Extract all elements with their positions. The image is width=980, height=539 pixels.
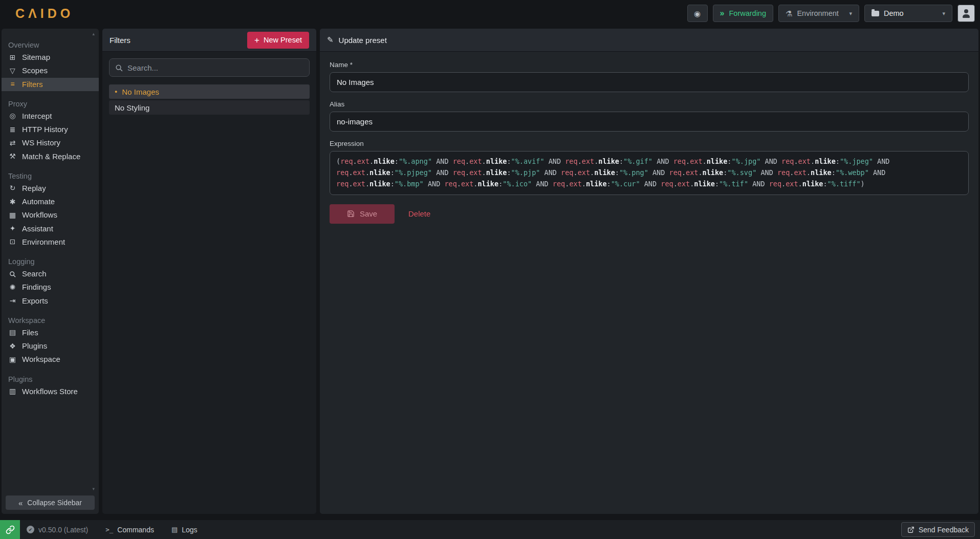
preset-name: No Images — [122, 88, 159, 96]
collapse-icon: « — [18, 499, 23, 507]
presets-panel-title: Filters — [110, 36, 130, 45]
sidebar-item-workflows-store[interactable]: ▥ Workflows Store — [2, 385, 99, 398]
plus-icon: + — [254, 36, 259, 45]
sidebar-item-assistant[interactable]: ✦ Assistant — [2, 222, 99, 235]
scopes-icon: ▽ — [8, 66, 17, 76]
topbar-actions: ◉ » Forwarding ⚗ Environment ▾ Demo ▾ — [687, 5, 975, 22]
preset-row-no-styling[interactable]: No Styling — [109, 100, 310, 115]
sidebar-item-workflows[interactable]: ▦ Workflows — [2, 208, 99, 222]
sidebar-item-workspace[interactable]: ▣ Workspace — [2, 353, 99, 366]
preset-row-no-images[interactable]: ● No Images — [109, 84, 310, 99]
sidebar-item-label: Replay — [22, 183, 46, 193]
user-avatar-icon — [962, 9, 971, 18]
sidebar-item-replay[interactable]: ↻ Replay — [2, 182, 99, 195]
commands-icon: >_ — [105, 526, 113, 533]
sidebar-item-ws-history[interactable]: ⇄ WS History — [2, 136, 99, 149]
sidebar-item-findings[interactable]: ✺ Findings — [2, 281, 99, 294]
link-icon — [6, 525, 15, 534]
name-input[interactable] — [330, 72, 969, 92]
sidebar-section-plugins: Plugins — [2, 373, 99, 385]
alias-label: Alias — [330, 100, 969, 108]
sidebar-item-label: Automate — [22, 197, 55, 207]
sidebar-section-testing: Testing — [2, 170, 99, 182]
logs-label: Logs — [182, 526, 197, 534]
preset-list: ● No Images No Styling — [102, 83, 316, 117]
forwarding-label: Forwarding — [729, 9, 766, 17]
sidebar-item-label: Findings — [22, 282, 51, 292]
statusbar: ✔ v0.50.0 (Latest) >_ Commands ▤ Logs Se… — [0, 520, 980, 539]
assistant-icon: ✦ — [8, 224, 17, 233]
sidebar-item-match-replace[interactable]: ⚒ Match & Replace — [2, 150, 99, 163]
sidebar-item-label: Match & Replace — [22, 152, 80, 162]
forward-chevrons-icon: » — [720, 9, 725, 17]
send-feedback-button[interactable]: Send Feedback — [901, 522, 975, 537]
collapse-sidebar-button[interactable]: « Collapse Sidebar — [6, 495, 95, 510]
presets-panel-header: Filters + New Preset — [102, 29, 316, 52]
sidebar-item-label: Assistant — [22, 224, 53, 234]
instance-status-button[interactable] — [0, 520, 20, 539]
exports-icon: ⇥ — [8, 296, 17, 306]
sidebar-item-label: Files — [22, 328, 38, 338]
sidebar-item-http-history[interactable]: ≣ HTTP History — [2, 123, 99, 136]
editor-actions: Save Delete — [330, 204, 969, 224]
sidebar-item-intercept[interactable]: ◎ Intercept — [2, 110, 99, 123]
environment-dropdown[interactable]: ⚗ Environment ▾ — [778, 5, 859, 22]
sidebar-item-sitemap[interactable]: ⊞ Sitemap — [2, 51, 99, 64]
chevron-down-icon: ▾ — [942, 11, 945, 16]
sidebar-item-exports[interactable]: ⇥ Exports — [2, 294, 99, 308]
delete-button[interactable]: Delete — [408, 209, 430, 218]
project-dropdown[interactable]: Demo ▾ — [864, 5, 952, 22]
sidebar-item-label: Filters — [22, 79, 43, 90]
sidebar-section-proxy: Proxy — [2, 98, 99, 110]
logs-button[interactable]: ▤ Logs — [171, 526, 198, 534]
sidebar-item-scopes[interactable]: ▽ Scopes — [2, 64, 99, 77]
workflows-store-icon: ▥ — [8, 386, 17, 396]
traffic-record-button[interactable]: ◉ — [687, 5, 708, 22]
sidebar-item-filters[interactable]: ≡ Filters — [2, 78, 99, 91]
sidebar-item-label: Intercept — [22, 111, 52, 121]
automate-icon: ✱ — [8, 197, 17, 207]
sidebar-item-search[interactable]: Search — [2, 267, 99, 281]
sidebar-section-overview: Overview — [2, 39, 99, 51]
user-menu-button[interactable] — [957, 5, 975, 22]
search-icon — [115, 64, 123, 72]
sidebar-item-automate[interactable]: ✱ Automate — [2, 195, 99, 208]
sidebar-item-label: Workspace — [22, 354, 60, 364]
environment-dropdown-label: Environment — [797, 9, 838, 17]
sidebar-item-label: Scopes — [22, 66, 48, 76]
sidebar-item-label: Workflows — [22, 210, 57, 220]
forwarding-button[interactable]: » Forwarding — [713, 5, 773, 22]
findings-icon: ✺ — [8, 283, 17, 292]
files-icon: ▤ — [8, 328, 17, 337]
filter-presets-panel: Filters + New Preset ● No Images No Styl… — [102, 29, 316, 514]
editor-form: Name * Alias Expression (req.ext.nlike:"… — [320, 52, 978, 233]
folder-icon — [872, 11, 879, 16]
flask-icon: ⚗ — [786, 10, 792, 17]
sidebar-section-logging: Logging — [2, 255, 99, 267]
edit-icon: ✎ — [327, 35, 334, 45]
alias-input[interactable] — [330, 112, 969, 132]
external-link-icon — [907, 526, 914, 533]
search-icon — [8, 271, 17, 277]
save-button[interactable]: Save — [330, 204, 395, 224]
save-label: Save — [360, 209, 377, 218]
sidebar-section-workspace: Workspace — [2, 314, 99, 326]
sidebar-item-files[interactable]: ▤ Files — [2, 326, 99, 339]
http-history-icon: ≣ — [8, 125, 17, 135]
preset-search-input[interactable] — [127, 63, 303, 72]
sidebar-item-environment[interactable]: ⊡ Environment — [2, 235, 99, 249]
sidebar-item-label: Exports — [22, 296, 48, 306]
preset-name: No Styling — [115, 103, 149, 112]
new-preset-label: New Preset — [264, 36, 302, 44]
sidebar-item-label: Search — [22, 269, 47, 279]
selected-dot-icon: ● — [115, 90, 117, 94]
update-preset-panel: ✎ Update preset Name * Alias Expression … — [320, 29, 978, 514]
save-icon — [347, 210, 355, 218]
sidebar-item-plugins[interactable]: ❖ Plugins — [2, 339, 99, 353]
expression-editor[interactable]: (req.ext.nlike:"%.apng" AND req.ext.nlik… — [330, 151, 969, 195]
sitemap-icon: ⊞ — [8, 53, 17, 62]
commands-button[interactable]: >_ Commands — [105, 526, 154, 534]
version-label: v0.50.0 (Latest) — [38, 526, 88, 534]
new-preset-button[interactable]: + New Preset — [247, 32, 309, 49]
sidebar-item-label: Plugins — [22, 341, 47, 351]
